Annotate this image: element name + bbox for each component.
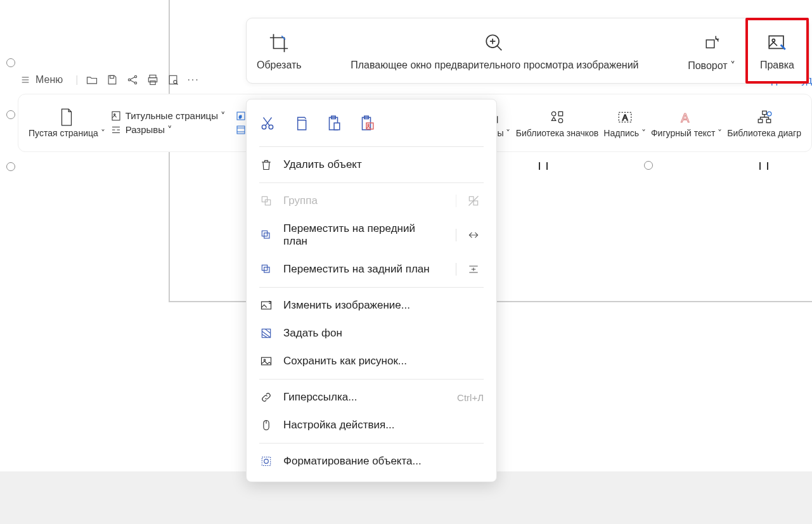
trash-icon <box>259 158 273 171</box>
cm-change-image[interactable]: Изменить изображение... <box>247 291 496 319</box>
svg-rect-48 <box>262 302 271 309</box>
image-tools-toolbar: Обрезать Плавающее окно предварительного… <box>246 18 809 84</box>
edit-highlight: Правка <box>745 18 809 84</box>
ungroup-icon <box>456 195 484 207</box>
mouse-icon <box>259 419 273 431</box>
print-preview-icon[interactable] <box>167 73 179 86</box>
cm-save-as-image[interactable]: Сохранить как рисунок... <box>247 347 496 375</box>
wordart-button[interactable]: A Фигурный текст ˅ <box>651 108 722 138</box>
svg-rect-27 <box>758 119 763 122</box>
title-pages-button[interactable]: Титульные страницы ˅ <box>110 110 226 122</box>
svg-point-54 <box>264 459 269 464</box>
preview-label: Плавающее окно предварительного просмотр… <box>351 60 638 71</box>
title-pages-label: Титульные страницы ˅ <box>126 110 226 122</box>
bring-front-icon <box>259 229 273 241</box>
change-image-icon <box>259 299 273 312</box>
align-icon[interactable] <box>456 229 484 241</box>
svg-rect-28 <box>766 119 771 122</box>
menu-label: Меню <box>35 74 63 86</box>
blank-page-button[interactable]: Пустая страница ˅ <box>29 108 105 138</box>
rotate-button[interactable]: Поворот ˅ <box>678 18 745 83</box>
textbox-button[interactable]: A Надпись ˅ <box>603 108 646 138</box>
magnify-plus-icon <box>484 30 505 56</box>
diagram-library-button[interactable]: Библиотека диагр <box>727 108 801 138</box>
paste-icon[interactable] <box>325 115 342 131</box>
svg-rect-11 <box>170 75 177 84</box>
edit-button[interactable]: Правка <box>760 20 794 81</box>
textbox-label: Надпись ˅ <box>603 128 646 138</box>
cm-hyperlink[interactable]: Гиперссылка... Ctrl+Л <box>247 383 496 411</box>
cm-send-back-label: Переместить на задний план <box>283 263 441 276</box>
cut-icon[interactable] <box>259 115 276 131</box>
distribute-icon[interactable] <box>456 263 484 276</box>
preview-button[interactable]: Плавающее окно предварительного просмотр… <box>312 18 678 83</box>
cm-bring-front[interactable]: Переместить на передний план <box>247 215 496 255</box>
group-icon <box>259 195 273 207</box>
cm-delete-object[interactable]: Удалить объект <box>247 151 496 179</box>
svg-rect-46 <box>262 265 267 270</box>
paste-image-icon[interactable] <box>358 115 375 131</box>
svg-rect-21 <box>558 112 563 116</box>
svg-point-6 <box>135 75 137 77</box>
open-folder-icon[interactable] <box>86 73 98 86</box>
svg-point-5 <box>129 79 131 80</box>
selection-handle[interactable] <box>6 110 15 119</box>
cm-action-label: Настройка действия... <box>283 419 484 431</box>
menu-button[interactable]: Меню <box>15 72 68 88</box>
print-icon[interactable] <box>146 73 159 86</box>
selection-handle[interactable] <box>644 161 653 170</box>
share-icon[interactable] <box>126 73 139 86</box>
svg-rect-42 <box>469 196 474 201</box>
image-edit-icon <box>766 30 788 56</box>
cm-set-bg[interactable]: Задать фон <box>247 319 496 347</box>
svg-rect-53 <box>262 457 270 465</box>
icon-library-icon <box>549 108 565 127</box>
page-icon <box>58 108 75 127</box>
selection-handle[interactable] <box>6 58 15 67</box>
breaks-button[interactable]: Разрывы ˅ <box>110 124 226 136</box>
wordart-icon: A <box>678 108 695 127</box>
svg-rect-43 <box>474 201 478 205</box>
svg-rect-50 <box>262 357 271 365</box>
cm-delete-label: Удалить объект <box>283 158 484 171</box>
cm-format-object[interactable]: Форматирование объекта... <box>247 447 496 475</box>
crop-button[interactable]: Обрезать <box>247 18 312 83</box>
blank-page-label: Пустая страница ˅ <box>29 128 105 138</box>
svg-text:#: # <box>239 114 242 120</box>
save-image-icon <box>259 355 273 367</box>
cm-hyperlink-label: Гиперссылка... <box>283 391 447 404</box>
svg-rect-44 <box>264 233 269 238</box>
rotate-label: Поворот ˅ <box>688 60 735 72</box>
cm-format-label: Форматирование объекта... <box>283 455 484 468</box>
svg-rect-35 <box>334 123 340 130</box>
icon-library-button[interactable]: Библиотека значков <box>516 108 598 138</box>
cm-set-bg-label: Задать фон <box>283 327 484 340</box>
more-icon[interactable]: ··· <box>187 74 199 86</box>
link-icon <box>259 391 273 404</box>
cm-hyperlink-shortcut: Ctrl+Л <box>457 392 484 403</box>
svg-rect-1 <box>706 40 714 48</box>
cm-action-settings[interactable]: Настройка действия... <box>247 411 496 439</box>
selection-handle[interactable] <box>6 162 15 171</box>
format-object-icon <box>259 455 273 468</box>
cm-send-back[interactable]: Переместить на задний план <box>247 255 496 283</box>
cm-save-image-label: Сохранить как рисунок... <box>283 355 484 367</box>
save-icon[interactable] <box>106 73 119 86</box>
svg-point-20 <box>551 112 556 116</box>
wordart-label: Фигурный текст ˅ <box>651 128 722 138</box>
crop-icon <box>268 30 290 56</box>
svg-rect-4 <box>110 75 114 78</box>
cm-group-label: Группа <box>283 195 441 207</box>
svg-text:A: A <box>622 113 628 122</box>
svg-point-7 <box>135 82 137 84</box>
cm-bring-front-label: Переместить на передний план <box>283 222 441 248</box>
cm-group: Группа <box>247 187 496 215</box>
breaks-label: Разрывы ˅ <box>126 124 173 136</box>
icon-library-label: Библиотека значков <box>516 128 598 138</box>
send-back-icon <box>259 263 273 276</box>
context-menu: Удалить объект Группа Переместить на пер… <box>246 99 497 482</box>
diagram-icon <box>756 108 773 127</box>
copy-icon[interactable] <box>292 115 309 131</box>
background-icon <box>259 327 273 340</box>
svg-point-22 <box>558 118 563 123</box>
